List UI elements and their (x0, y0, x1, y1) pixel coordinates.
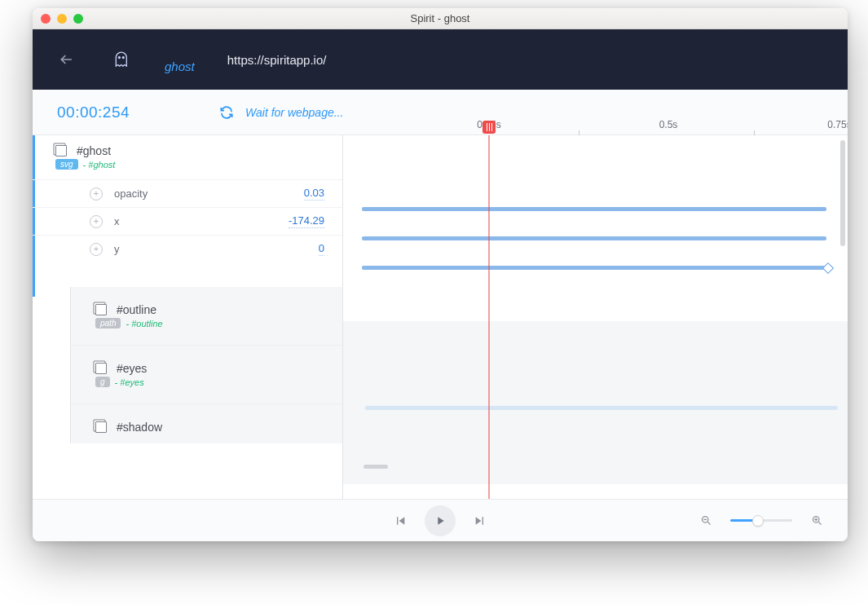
app-window: Spirit - ghost ghost https://spiritapp.i… (33, 8, 848, 541)
animation-tab[interactable]: ghost (165, 60, 195, 88)
close-window-button[interactable] (41, 14, 51, 24)
refresh-group[interactable]: Wait for webpage... (219, 105, 343, 120)
traffic-lights (41, 14, 83, 24)
property-row[interactable]: + opacity 0.03 (33, 179, 342, 207)
tracks (342, 135, 848, 499)
layer-name: #shadow (117, 421, 162, 434)
keyframe-bar[interactable] (362, 266, 826, 270)
keyframe-bar[interactable] (362, 236, 826, 240)
timeline-panel[interactable] (342, 135, 848, 499)
zoom-slider[interactable] (730, 519, 792, 522)
element-icon (95, 421, 107, 433)
zoom-controls (694, 509, 828, 532)
property-row[interactable]: + y 0 (33, 235, 342, 262)
ruler-tick: 0.5s (659, 119, 678, 130)
header-bar: ghost https://spiritapp.io/ (33, 29, 848, 90)
layer-row[interactable]: #ghost svg - #ghost (33, 135, 342, 179)
child-layers: #outline path - #outline #eyes g - #eyes (70, 287, 342, 443)
property-name: opacity (114, 187, 304, 200)
selector-text: - #ghost (83, 160, 116, 170)
ghost-icon (109, 48, 132, 71)
element-icon (95, 304, 107, 315)
keyframe-bar[interactable] (362, 207, 826, 211)
player-bar (33, 499, 848, 541)
property-value[interactable]: 0.03 (304, 187, 324, 201)
refresh-icon (219, 105, 234, 120)
titlebar: Spirit - ghost (33, 8, 848, 29)
project-url: https://spiritapp.io/ (227, 53, 327, 67)
selector-text: - #outline (126, 319, 162, 328)
toolbar: 00:00:254 Wait for webpage... 0.25s 0.5s… (33, 90, 848, 135)
element-type-badge: g (95, 377, 110, 387)
zoom-out-button[interactable] (694, 509, 717, 532)
property-row[interactable]: + x -174.29 (33, 207, 342, 235)
property-name: y (114, 243, 319, 255)
layer-name: #eyes (117, 362, 147, 375)
zoom-in-button[interactable] (805, 509, 828, 532)
playhead-handle[interactable] (482, 121, 496, 134)
selector-text: - #eyes (115, 377, 144, 387)
window-title: Spirit - ghost (33, 12, 848, 24)
layer-name: #ghost (77, 144, 111, 157)
property-name: x (114, 215, 289, 227)
element-icon (55, 145, 67, 157)
maximize-window-button[interactable] (73, 14, 83, 24)
next-frame-button[interactable] (469, 509, 491, 532)
property-value[interactable]: 0 (319, 242, 324, 256)
element-type-badge: path (95, 318, 121, 328)
playhead-line (489, 135, 490, 499)
svg-point-0 (118, 57, 120, 59)
element-type-badge: svg (55, 159, 78, 170)
property-value[interactable]: -174.29 (289, 214, 324, 228)
layer-row[interactable]: #shadow (71, 403, 342, 443)
layer-row[interactable]: #outline path - #outline (71, 287, 342, 345)
add-keyframe-icon[interactable]: + (90, 243, 103, 256)
main-area: #ghost svg - #ghost + opacity 0.03 + x -… (33, 135, 848, 499)
layer-name: #outline (117, 303, 156, 316)
add-keyframe-icon[interactable]: + (90, 187, 103, 201)
horizontal-scroll-thumb[interactable] (364, 465, 388, 469)
timecode: 00:00:254 (57, 104, 130, 121)
add-keyframe-icon[interactable]: + (90, 215, 103, 228)
panel-divider[interactable] (342, 135, 343, 499)
layer-row[interactable]: #eyes g - #eyes (71, 345, 342, 403)
minimize-window-button[interactable] (57, 14, 67, 24)
svg-point-1 (122, 57, 124, 59)
status-text: Wait for webpage... (245, 106, 343, 119)
time-ruler[interactable]: 0.25s 0.5s 0.75s (342, 90, 848, 135)
keyframe-diamond[interactable] (822, 262, 834, 274)
play-button[interactable] (425, 505, 456, 536)
back-button[interactable] (57, 50, 77, 69)
layers-panel: #ghost svg - #ghost + opacity 0.03 + x -… (33, 135, 342, 499)
element-icon (95, 363, 107, 374)
inactive-track-zone (342, 321, 848, 484)
ruler-tick: 0.75s (827, 119, 848, 130)
keyframe-bar[interactable] (365, 406, 838, 410)
prev-frame-button[interactable] (389, 509, 412, 532)
